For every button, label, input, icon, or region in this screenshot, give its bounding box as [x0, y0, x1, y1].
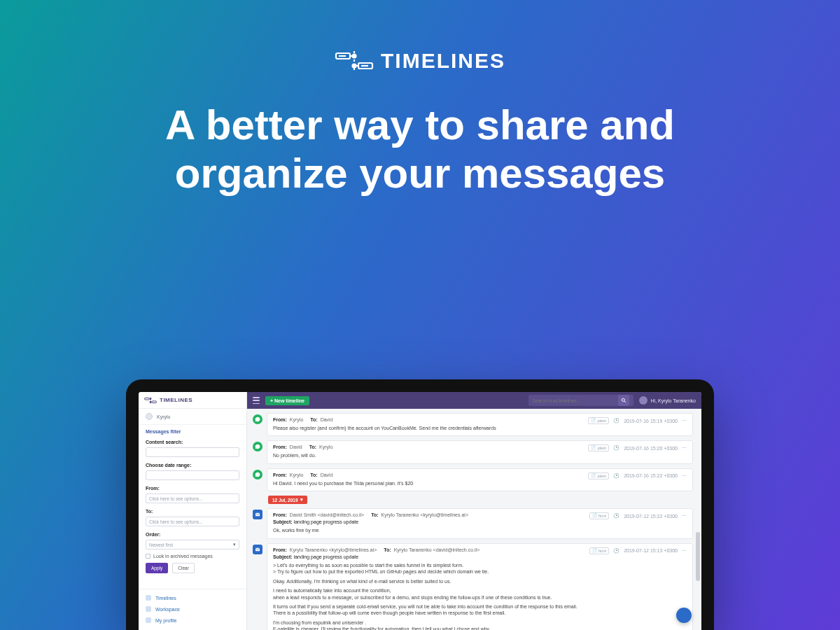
from-input[interactable]: Click here to see options... — [146, 493, 239, 503]
chevron-down-icon[interactable]: ⋯ — [682, 445, 687, 451]
whatsapp-icon — [253, 470, 262, 479]
timestamp: 2019-07-16 15:22 +0300 — [624, 473, 678, 478]
from-key: From: — [273, 472, 287, 477]
to-label: To: — [139, 506, 246, 515]
hero-tagline: A better way to share and organize your … — [105, 101, 735, 197]
format-tag: 📄 plain — [588, 417, 609, 424]
search-input[interactable] — [533, 398, 615, 403]
clock-icon: 🕒 — [613, 548, 620, 554]
app-main: + New timeline Hi, Kyrylo Taranenko — [247, 392, 701, 630]
timestamp: 2019-07-12 15:22 +0300 — [624, 514, 678, 519]
to-val: Kyrylo Taranenko <david@initech.co.il> — [394, 547, 480, 552]
nav-label: Workspace — [155, 607, 180, 612]
nav-label: Timelines — [155, 596, 176, 601]
content: From: Kyrylo To: David 📄 plain🕒2019-07-1… — [247, 409, 701, 630]
clear-button[interactable]: Clear — [172, 563, 195, 573]
clock-icon: 🕒 — [613, 513, 620, 519]
message-card[interactable]: From: Kyrylo Taranenko <kyrylo@timelines… — [267, 543, 693, 630]
chevron-down-icon[interactable]: ⋯ — [682, 418, 687, 424]
topbar-user[interactable]: Hi, Kyrylo Taranenko — [639, 396, 696, 405]
from-key: From: — [273, 512, 287, 517]
from-label: From: — [139, 483, 246, 492]
to-placeholder: Click here to see options... — [149, 519, 203, 524]
message-body: Hi David. I need you to purchase the Til… — [273, 480, 687, 486]
laptop-frame: TIMELINES Kyrylo Messages filter Content… — [126, 379, 714, 630]
date-pill-text: 12 Jul, 2019 — [272, 498, 298, 503]
search-button[interactable] — [618, 395, 629, 406]
from-key: From: — [273, 444, 287, 449]
clock-icon: 🕒 — [613, 445, 620, 451]
sidebar-logo[interactable]: TIMELINES — [139, 392, 246, 409]
order-select[interactable]: Newest first — [146, 540, 239, 550]
content-search-label: Content search: — [139, 437, 246, 446]
to-val: David — [321, 472, 333, 477]
timelines-logo-icon — [335, 51, 374, 71]
message-body: > Let's do everything to as soon as poss… — [273, 562, 687, 630]
svg-point-4 — [352, 64, 356, 68]
date-separator: 12 Jul, 2019 — [268, 496, 693, 504]
svg-point-14 — [622, 398, 624, 401]
chevron-down-icon[interactable]: ⋯ — [682, 473, 687, 479]
message-row: From: David To: Kyrylo 📄 plain🕒2019-07-1… — [253, 440, 693, 463]
chat-fab[interactable] — [676, 608, 692, 623]
order-value: Newest first — [149, 542, 173, 547]
scroll-thumb[interactable] — [696, 532, 700, 581]
message-card[interactable]: From: David Smith <david@initech.co.il> … — [267, 508, 693, 538]
clock-icon: 🕒 — [613, 473, 620, 479]
svg-rect-9 — [145, 398, 149, 400]
chevron-down-icon[interactable]: ⋯ — [682, 513, 687, 519]
scrollbar[interactable] — [696, 413, 700, 626]
format-tag: 📄 plain — [588, 444, 609, 451]
to-key: To: — [310, 472, 317, 477]
from-key: From: — [273, 547, 287, 552]
to-val: Kyrylo Taranenko <kyrylo@timelines.ai> — [382, 512, 468, 517]
new-timeline-button[interactable]: + New timeline — [265, 396, 309, 405]
message-card[interactable]: From: David To: Kyrylo 📄 plain🕒2019-07-1… — [267, 440, 693, 463]
message-body: No problem, will do. — [273, 452, 687, 458]
message-body: Ok, works fine by me — [273, 527, 687, 533]
avatar-icon — [146, 413, 153, 420]
nav-profile[interactable]: My profile — [139, 615, 246, 626]
nav-workspace[interactable]: Workspace — [139, 603, 246, 615]
laptop-bezel: TIMELINES Kyrylo Messages filter Content… — [126, 379, 714, 630]
chevron-down-icon[interactable]: ⋯ — [682, 548, 687, 554]
to-input[interactable]: Click here to see options... — [146, 517, 239, 526]
grid-icon — [146, 606, 151, 612]
nav-label: My profile — [155, 618, 176, 623]
sidebar-user-name: Kyrylo — [157, 414, 170, 419]
message-row: From: Kyrylo Taranenko <kyrylo@timelines… — [253, 543, 693, 630]
apply-button[interactable]: Apply — [146, 563, 168, 573]
message-row: From: David Smith <david@initech.co.il> … — [253, 508, 693, 538]
to-key: To: — [309, 444, 316, 449]
svg-rect-10 — [152, 400, 156, 402]
date-range-input[interactable] — [146, 470, 239, 480]
search-box[interactable] — [528, 395, 634, 406]
topbar-greeting: Hi, Kyrylo Taranenko — [651, 398, 696, 403]
to-key: To: — [371, 512, 378, 517]
date-range-label: Choose date range: — [139, 460, 246, 469]
hero-brand: TIMELINES — [335, 49, 505, 73]
message-row: From: Kyrylo To: David 📄 plain🕒2019-07-1… — [253, 413, 693, 436]
checkbox-icon[interactable] — [146, 554, 150, 559]
archived-row[interactable]: Look in archived messages — [139, 552, 246, 560]
nav-timelines[interactable]: Timelines — [139, 592, 246, 603]
content-search-input[interactable] — [146, 447, 239, 457]
sidebar-user[interactable]: Kyrylo — [139, 409, 246, 424]
from-val: Kyrylo — [290, 417, 303, 422]
message-card[interactable]: From: Kyrylo To: David 📄 plain🕒2019-07-1… — [267, 413, 693, 436]
from-val: Kyrylo — [290, 472, 303, 477]
to-key: To: — [310, 417, 317, 422]
svg-point-13 — [150, 401, 151, 402]
from-val: Kyrylo Taranenko <kyrylo@timelines.ai> — [290, 547, 377, 552]
message-card[interactable]: From: Kyrylo To: David 📄 plain🕒2019-07-1… — [267, 468, 693, 491]
hero-stage: TIMELINES A better way to share and orga… — [0, 0, 840, 630]
topbar: + New timeline Hi, Kyrylo Taranenko — [247, 392, 701, 409]
menu-icon[interactable] — [253, 397, 260, 404]
mail-icon — [253, 545, 262, 554]
format-tag: 📄 html — [589, 512, 609, 519]
archived-label: Look in archived messages — [153, 554, 213, 559]
user-icon — [146, 617, 151, 623]
avatar-icon — [639, 396, 648, 405]
message-subject: Subject: landing page progress update — [273, 554, 687, 559]
date-pill[interactable]: 12 Jul, 2019 — [268, 496, 307, 504]
